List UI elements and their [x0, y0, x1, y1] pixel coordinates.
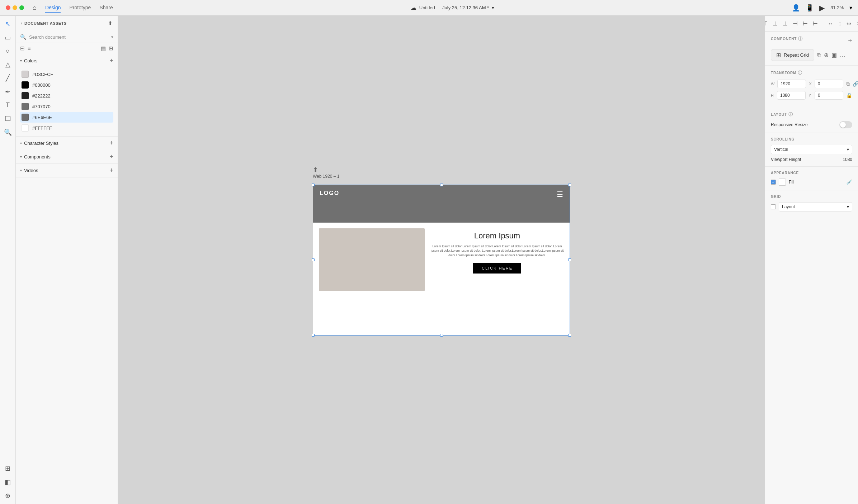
zoom-level[interactable]: 31.2% [830, 5, 844, 10]
grid-view-icon[interactable]: ⊞ [109, 45, 113, 52]
videos-title: ▾ Videos [20, 168, 38, 173]
components-header[interactable]: ▾ Components + [16, 150, 118, 163]
pen-tool[interactable]: ✒ [5, 88, 10, 96]
x-input[interactable] [815, 80, 843, 88]
back-icon[interactable]: ‹ [21, 21, 22, 26]
repeat-grid-button[interactable]: ⊞ Repeat Grid [771, 49, 814, 61]
share-icon[interactable]: ⬆ [108, 20, 113, 27]
ellipse-tool[interactable]: ○ [6, 47, 10, 55]
copy-icon[interactable]: ⧉ [817, 52, 821, 58]
align-center-v-icon[interactable]: ⊢ [801, 19, 809, 28]
color-item-ffffff[interactable]: #FFFFFF [20, 123, 113, 133]
play-button[interactable]: ▶ [819, 4, 825, 12]
fill-color-swatch[interactable] [779, 179, 786, 186]
component-add-button[interactable]: + [848, 37, 852, 45]
filter-icon[interactable]: ⊟ [20, 45, 25, 52]
colors-section-header[interactable]: ▾ Colors + [16, 54, 118, 67]
x-label: X [809, 82, 811, 86]
videos-add-button[interactable]: + [109, 167, 113, 174]
layers-icon[interactable]: ◧ [5, 478, 11, 486]
home-icon[interactable]: ⌂ [33, 4, 37, 11]
duplicate-icon[interactable]: ⊕ [824, 52, 829, 58]
maximize-button[interactable] [19, 5, 24, 10]
link-icon[interactable]: 🔗 [853, 81, 858, 87]
search-chevron-icon[interactable]: ▾ [111, 35, 113, 39]
color-item-222222[interactable]: #222222 [20, 90, 113, 101]
distribute-align-icon[interactable]: ⇕ [855, 19, 858, 28]
color-item-707070[interactable]: #707070 [20, 101, 113, 112]
lock-icon[interactable]: 🔒 [846, 92, 852, 98]
align-left-icon[interactable]: ⊣ [791, 19, 799, 28]
w-label: W [771, 82, 774, 86]
distribute-v-icon[interactable]: ↕ [837, 19, 843, 28]
color-list: #D3CFCF #000000 #222222 #707070 #6E6E6E [16, 67, 118, 136]
color-swatch [22, 103, 29, 110]
colors-add-button[interactable]: + [109, 57, 113, 65]
y-input[interactable] [815, 91, 843, 100]
color-item-6e6e6e[interactable]: #6E6E6E [20, 112, 113, 123]
mobile-icon[interactable]: 📱 [806, 4, 814, 12]
align-right-icon[interactable]: ⊢ [811, 19, 819, 28]
sort-icon[interactable]: ≡ [28, 46, 31, 52]
artboard[interactable]: LOGO ☰ Lorem Ipsum Lorem Ipsum sit dolor… [313, 185, 570, 336]
search-tool[interactable]: 🔍 [4, 128, 12, 136]
select-tool[interactable]: ↖ [5, 20, 10, 28]
handle-top-left[interactable] [312, 184, 315, 186]
more-icon[interactable]: … [840, 52, 845, 58]
transform-section: TRANSFORM ⓘ W X ⧉ 🔗 H Y 🔒 [765, 66, 858, 107]
group-icon[interactable]: ▣ [831, 52, 837, 58]
ui-kit-icon[interactable]: ⊞ [5, 465, 10, 472]
grid-checkbox[interactable] [771, 204, 776, 209]
tab-prototype[interactable]: Prototype [69, 3, 91, 13]
align-center-h-icon[interactable]: ⊥ [771, 19, 779, 28]
artboard-content: Lorem Ipsum Lorem Ipsum sit dolor.Lorem … [430, 228, 564, 291]
tab-design[interactable]: Design [45, 3, 61, 13]
fill-label: Fill [789, 180, 843, 185]
fill-checkbox[interactable]: ✓ [771, 180, 776, 185]
eyedropper-icon[interactable]: 💉 [846, 179, 852, 185]
search-input[interactable] [29, 34, 108, 40]
copy-paste-icon[interactable]: ⧉ [846, 81, 850, 87]
line-tool[interactable]: ╱ [6, 74, 10, 82]
alignment-icons: ⊤ ⊥ ⊥ ⊣ ⊢ ⊢ ↔ ↕ ⇔ ⇕ [765, 16, 858, 32]
rectangle-tool[interactable]: ▭ [5, 34, 11, 42]
scrolling-direction-value: Vertical [774, 147, 788, 152]
color-item-000000[interactable]: #000000 [20, 80, 113, 90]
color-item-d3cfcf[interactable]: #D3CFCF [20, 69, 113, 80]
handle-top-center[interactable] [440, 184, 443, 186]
responsive-resize-row: Responsive Resize [771, 121, 852, 128]
plugins-icon[interactable]: ⊕ [5, 492, 10, 500]
component-tool[interactable]: ❑ [5, 115, 11, 123]
distribute-h-icon[interactable]: ↔ [826, 19, 835, 28]
zoom-chevron-icon[interactable]: ▾ [849, 4, 852, 11]
width-input[interactable] [777, 80, 806, 88]
user-icon[interactable]: 👤 [792, 4, 800, 12]
handle-middle-right[interactable] [568, 258, 571, 261]
minimize-button[interactable] [13, 5, 17, 10]
align-bottom-icon[interactable]: ⊥ [781, 19, 789, 28]
responsive-resize-toggle[interactable] [839, 121, 852, 128]
character-styles-header[interactable]: ▾ Character Styles + [16, 137, 118, 150]
character-styles-add-button[interactable]: + [109, 139, 113, 147]
align-top-icon[interactable]: ⊤ [765, 19, 769, 28]
handle-bottom-right[interactable] [568, 334, 571, 337]
videos-header[interactable]: ▾ Videos + [16, 164, 118, 177]
height-input[interactable] [777, 91, 806, 100]
text-tool[interactable]: T [6, 101, 10, 109]
handle-middle-left[interactable] [312, 258, 315, 261]
scrolling-direction-select[interactable]: Vertical ▾ [771, 145, 852, 154]
canvas[interactable]: Web 1920 – 1 ⬆ LOGO ☰ [118, 16, 765, 504]
distribute-equal-icon[interactable]: ⇔ [845, 19, 853, 28]
components-add-button[interactable]: + [109, 153, 113, 161]
artboard-cta-button[interactable]: CLICK HERE [473, 263, 521, 274]
triangle-tool[interactable]: △ [5, 61, 10, 68]
handle-top-right[interactable] [568, 184, 571, 186]
close-button[interactable] [6, 5, 10, 10]
handle-bottom-center[interactable] [440, 334, 443, 337]
colors-chevron-icon: ▾ [20, 59, 22, 63]
grid-layout-select[interactable]: Layout ▾ [779, 202, 852, 211]
list-view-icon[interactable]: ▤ [101, 45, 106, 52]
upload-icon[interactable]: ⬆ [313, 166, 318, 174]
handle-bottom-left[interactable] [312, 334, 315, 337]
tab-share[interactable]: Share [99, 3, 113, 13]
